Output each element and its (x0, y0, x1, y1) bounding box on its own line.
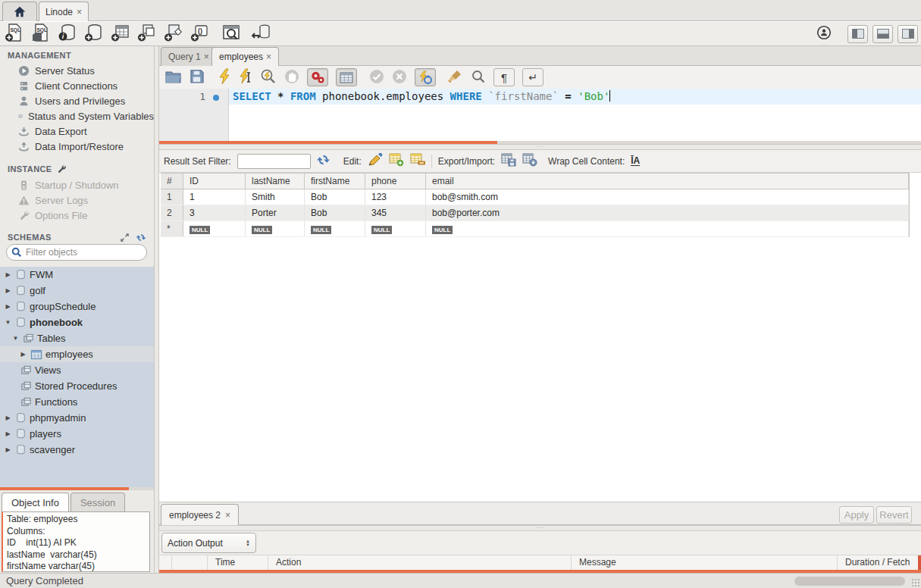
table-row[interactable]: 2 3 Porter Bob 345 bob@porter.com (161, 205, 909, 221)
close-icon[interactable]: × (204, 52, 209, 62)
wrap-cell-content-icon[interactable]: ĪA (631, 157, 640, 166)
refresh-results-icon[interactable] (317, 154, 330, 168)
create-view-icon[interactable] (137, 23, 157, 45)
tree-item-table-employees[interactable]: ▶ employees (0, 346, 154, 362)
chevron-down-icon[interactable]: ▼ (11, 335, 20, 342)
output-col-message[interactable]: Message (572, 555, 838, 570)
toggle-word-wrap-button[interactable]: ↵ (522, 68, 544, 86)
chevron-down-icon[interactable]: ▼ (4, 319, 12, 326)
code-area[interactable]: SELECT * FROM phonebook.employees WHERE … (229, 89, 921, 141)
output-type-select[interactable]: Action Output ▲▼ (161, 533, 256, 553)
chevron-right-icon[interactable]: ▶ (4, 271, 12, 278)
refresh-schemas-icon[interactable] (136, 233, 146, 242)
sidebar-item-data-export[interactable]: Data Export (0, 124, 154, 139)
chevron-right-icon[interactable]: ▶ (4, 430, 12, 437)
create-table-icon[interactable] (111, 23, 130, 45)
chevron-right-icon[interactable]: ▶ (4, 303, 12, 310)
output-col-duration[interactable]: Duration / Fetch (838, 555, 921, 570)
hscrollbar-thumb[interactable] (794, 577, 905, 586)
output-splitter[interactable]: ··· (159, 525, 921, 531)
reconnect-dbms-icon[interactable] (252, 23, 272, 45)
tree-horizontal-scrollbar[interactable] (0, 487, 154, 490)
tree-item-schema-golf[interactable]: ▶ golf (0, 283, 154, 299)
sidebar-splitter[interactable] (154, 46, 159, 573)
output-col-action[interactable]: Action (268, 555, 572, 570)
toggle-limit-rows-button[interactable] (336, 68, 357, 86)
connection-tab[interactable]: Linode × (39, 2, 89, 21)
beautify-icon[interactable] (446, 69, 463, 86)
toggle-output-panel-button[interactable] (872, 25, 893, 43)
execute-query-icon[interactable] (218, 68, 231, 87)
toggle-right-sidebar-button[interactable] (898, 25, 918, 43)
tree-item-schema-phonebook[interactable]: ▼ phonebook (0, 314, 154, 330)
column-header-email[interactable]: email (426, 174, 909, 189)
edit-record-icon[interactable] (368, 153, 383, 169)
null-badge[interactable]: NULL (190, 226, 210, 234)
sidebar-item-client-connections[interactable]: Client Connections (0, 78, 154, 93)
tree-item-schema-fwm[interactable]: ▶ FWM (0, 267, 154, 283)
scrollbar-thumb[interactable] (0, 487, 129, 490)
tree-item-tables-folder[interactable]: ▼ Tables (0, 330, 154, 346)
open-file-icon[interactable] (165, 70, 182, 86)
table-row[interactable]: 1 1 Smith Bob 123 bob@smith.com (161, 189, 909, 205)
null-badge[interactable]: NULL (371, 226, 392, 234)
sidebar-item-server-logs[interactable]: Server Logs (0, 192, 154, 208)
tree-item-schema-scavenger[interactable]: ▶ scavenger (0, 442, 154, 458)
account-icon[interactable] (816, 24, 832, 43)
export-recordset-icon[interactable] (501, 153, 516, 169)
toggle-stop-on-error-button[interactable] (307, 68, 328, 86)
tree-item-schema-players[interactable]: ▶ players (0, 426, 154, 442)
column-header-lastname[interactable]: lastName (246, 174, 305, 189)
result-filter-input[interactable] (237, 154, 311, 169)
expand-panel-icon[interactable] (120, 233, 130, 242)
tree-item-schema-groupschedule[interactable]: ▶ groupSchedule (0, 299, 154, 314)
chevron-right-icon[interactable]: ▶ (4, 414, 12, 421)
sidebar-item-server-status[interactable]: Server Status (0, 63, 154, 78)
chevron-right-icon[interactable]: ▶ (4, 287, 12, 294)
toggle-autocommit-button[interactable] (415, 68, 436, 86)
search-table-data-icon[interactable] (221, 23, 242, 45)
editor-result-splitter[interactable]: ··· (159, 144, 921, 150)
sidebar-item-options-file[interactable]: Options File (0, 208, 154, 223)
new-query-tab-icon[interactable]: SQL (5, 23, 24, 45)
chevron-right-icon[interactable]: ▶ (19, 351, 27, 358)
revert-button[interactable]: Revert (876, 506, 912, 524)
open-sql-script-icon[interactable]: SQL (31, 23, 51, 45)
schema-filter-input[interactable] (26, 247, 139, 258)
sql-editor[interactable]: 1 SELECT * FROM phonebook.employees WHER… (159, 89, 921, 141)
save-icon[interactable] (190, 69, 204, 86)
tab-employees-2[interactable]: employees 2 × (161, 504, 239, 526)
schema-inspector-icon[interactable]: i (58, 23, 77, 45)
tab-query-1[interactable]: Query 1 × (161, 47, 217, 66)
explain-plan-icon[interactable] (260, 68, 277, 87)
toggle-left-sidebar-button[interactable] (847, 25, 868, 43)
tree-item-views-folder[interactable]: Views (0, 362, 154, 378)
apply-button[interactable]: Apply (839, 506, 874, 524)
tree-item-functions-folder[interactable]: Functions (0, 394, 154, 410)
sidebar-item-users-privileges[interactable]: Users and Privileges (0, 93, 154, 108)
column-header-firstname[interactable]: firstName (305, 174, 365, 189)
sidebar-item-status-system-variables[interactable]: Status and System Variables (0, 108, 154, 124)
null-badge[interactable]: NULL (432, 226, 453, 234)
find-icon[interactable] (471, 69, 486, 86)
output-col-time[interactable]: Time (208, 555, 268, 570)
tab-employees[interactable]: employees × (211, 47, 279, 66)
tree-item-schema-phpmyadmin[interactable]: ▶ phpmyadmin (0, 410, 154, 426)
close-icon[interactable]: × (77, 7, 82, 17)
create-procedure-icon[interactable] (164, 23, 183, 45)
import-recordset-icon[interactable] (522, 153, 537, 169)
column-header-rownum[interactable]: # (161, 174, 183, 189)
insert-row-icon[interactable] (389, 153, 404, 169)
new-row-placeholder[interactable]: * NULL NULL NULL NULL NULL (161, 221, 909, 237)
sidebar-item-startup-shutdown[interactable]: Startup / Shutdown (0, 177, 154, 192)
home-tab[interactable] (2, 2, 37, 21)
column-header-id[interactable]: ID (183, 174, 246, 189)
delete-row-icon[interactable] (410, 153, 425, 169)
tab-object-info[interactable]: Object Info (2, 493, 69, 511)
create-schema-icon[interactable] (84, 23, 104, 45)
execute-statement-icon[interactable] (239, 68, 252, 87)
toggle-invisibles-button[interactable]: ¶ (493, 68, 515, 86)
tree-item-stored-procedures-folder[interactable]: Stored Procedures (0, 378, 154, 394)
close-icon[interactable]: × (266, 52, 271, 62)
tab-session[interactable]: Session (70, 493, 125, 511)
